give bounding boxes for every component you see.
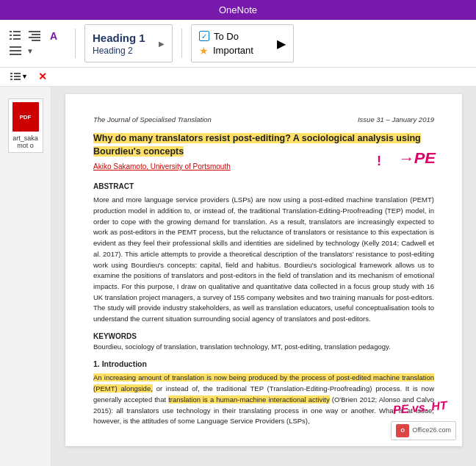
watermark-text: Office26.com — [412, 426, 451, 436]
app-body: PDF art_sakamot o ! →PE The Journal of S… — [0, 87, 476, 466]
toolbar-bottom: ▼ ✕ — [0, 68, 476, 87]
svg-rect-10 — [10, 46, 21, 48]
svg-rect-7 — [32, 34, 40, 35]
svg-rect-3 — [13, 35, 21, 36]
chevron-icon: ▶ — [159, 40, 165, 48]
page-thumb-label: art_sakamot o — [12, 135, 40, 149]
indent-icon[interactable] — [26, 29, 43, 43]
svg-rect-5 — [13, 38, 21, 40]
format-icon-group: A ▼ — [7, 29, 62, 58]
title-bar: OneNote — [0, 0, 476, 20]
abstract-text: More and more language service providers… — [93, 195, 434, 325]
journal-name: The Journal of Specialised Translation — [93, 115, 212, 125]
tag-card[interactable]: To Do ★ Important ▶ — [191, 24, 294, 62]
doc-title-text: Why do many translators resist post-edit… — [93, 133, 421, 157]
keywords-heading: KEYWORDS — [93, 332, 137, 340]
svg-rect-6 — [29, 31, 40, 32]
watermark-logo: O — [396, 424, 409, 437]
important-row: ★ Important — [199, 45, 253, 57]
annotation-pe-ht: PE vs. HT — [392, 397, 448, 419]
app-title: OneNote — [219, 4, 257, 15]
heading-style-card[interactable]: Heading 1 Heading 2 ▶ — [84, 24, 173, 62]
heading-labels: Heading 1 Heading 2 — [93, 32, 145, 56]
heading2-label: Heading 2 — [93, 46, 145, 56]
svg-rect-9 — [32, 40, 40, 41]
tag-labels: To Do ★ Important — [199, 31, 253, 57]
page-thumbnail[interactable]: PDF art_sakamot o — [8, 98, 43, 153]
checkbox-icon — [199, 31, 209, 41]
keywords-text: Bourdieu, sociology of translation, tran… — [93, 342, 434, 353]
svg-rect-12 — [10, 54, 21, 55]
main-toolbar: A ▼ Heading 1 Heading 2 ▶ To Do — [0, 20, 476, 68]
sidebar: PDF art_sakamot o — [0, 87, 51, 466]
intro-para: An increasing amount of translation is n… — [93, 373, 434, 427]
todo-label: To Do — [214, 31, 239, 42]
important-label: Important — [213, 45, 253, 56]
abstract-heading: ABSTRACT — [93, 181, 434, 192]
close-btn[interactable]: ✕ — [35, 70, 50, 83]
intro-section: 1. Introduction An increasing amount of … — [93, 359, 434, 427]
annotation-exclaim: ! — [377, 151, 381, 171]
tag-chevron-icon: ▶ — [277, 37, 286, 51]
doc-author: Akiko Sakamoto, University of Portsmouth — [93, 161, 434, 172]
svg-rect-14 — [14, 73, 21, 74]
list-btn-group: ▼ — [7, 71, 31, 82]
svg-rect-1 — [13, 31, 21, 32]
doc-title: Why do many translators resist post-edit… — [93, 132, 434, 158]
svg-rect-8 — [29, 37, 40, 38]
svg-rect-13 — [10, 73, 12, 74]
intro-heading: 1. Introduction — [93, 359, 434, 370]
list-btn[interactable]: ▼ — [7, 71, 31, 82]
indent2-icon[interactable] — [7, 45, 24, 58]
svg-rect-18 — [14, 79, 21, 80]
issue-info: Issue 31 – January 2019 — [358, 115, 434, 125]
svg-rect-0 — [10, 31, 12, 32]
svg-rect-16 — [14, 76, 21, 77]
main-content: ! →PE The Journal of Specialised Transla… — [51, 87, 476, 466]
toolbar-divider-2 — [181, 29, 182, 58]
text-format-icon[interactable]: A — [46, 29, 62, 43]
intro-highlight2: translation is a human-machine interacti… — [168, 395, 330, 404]
svg-rect-4 — [10, 38, 12, 40]
keywords-section: KEYWORDS Bourdieu, sociology of translat… — [93, 331, 434, 353]
star-icon: ★ — [199, 45, 209, 57]
todo-row: To Do — [199, 31, 253, 42]
watermark: O Office26.com — [391, 421, 456, 440]
svg-rect-11 — [10, 50, 21, 51]
heading1-label: Heading 1 — [93, 32, 145, 44]
document-page: ! →PE The Journal of Specialised Transla… — [65, 94, 462, 446]
list-icon[interactable] — [7, 29, 24, 43]
svg-rect-2 — [10, 35, 12, 36]
doc-header: The Journal of Specialised Translation I… — [93, 115, 434, 125]
svg-rect-15 — [10, 76, 12, 77]
pdf-icon: PDF — [12, 102, 39, 132]
annotation-arrow: →PE — [398, 147, 436, 169]
toolbar-divider-1 — [75, 29, 76, 58]
svg-rect-17 — [10, 79, 12, 80]
